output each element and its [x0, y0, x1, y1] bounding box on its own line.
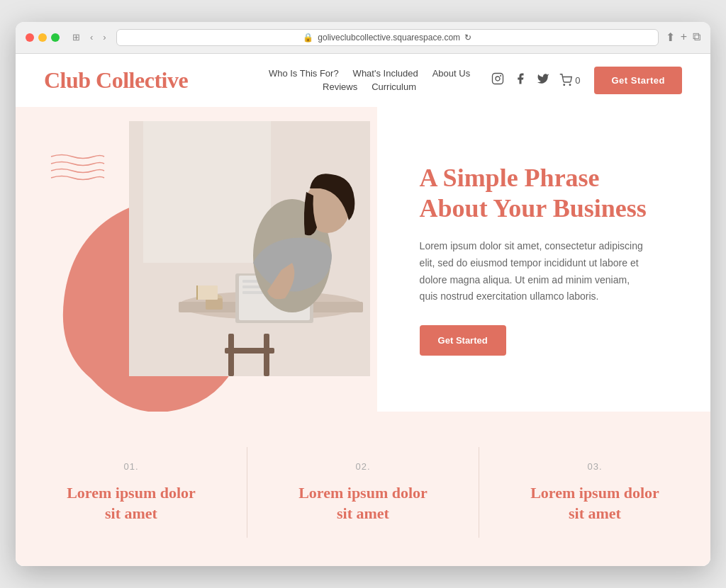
close-button[interactable] [26, 33, 34, 42]
svg-rect-21 [196, 285, 218, 300]
cart-count: 0 [575, 75, 580, 86]
feature-number-2: 02. [276, 461, 450, 472]
person-illustration [129, 121, 370, 376]
twitter-icon[interactable] [537, 72, 549, 89]
feature-title-2: Lorem ipsum dolorsit amet [276, 483, 450, 524]
svg-rect-11 [225, 348, 274, 354]
hero-heading-line2: About Your Business [420, 194, 647, 222]
nav-cta-button[interactable]: Get Started [594, 67, 682, 94]
website-content: Club Collective Who Is This For? What's … [16, 54, 710, 566]
feature-number-3: 03. [508, 461, 682, 472]
lock-icon: 🔒 [303, 33, 313, 43]
features-section: 01. Lorem ipsum dolorsit amet 02. Lorem … [16, 412, 710, 566]
svg-rect-10 [264, 334, 269, 376]
back-button[interactable]: ‹ [87, 30, 96, 44]
hero-section: A Simple Phrase About Your Business Lore… [16, 107, 710, 412]
nav-social-icons: 0 [491, 72, 580, 89]
cart-icon[interactable]: 0 [559, 74, 580, 86]
svg-rect-6 [143, 121, 271, 263]
feature-item-1: 01. Lorem ipsum dolorsit amet [16, 447, 247, 538]
feature-item-2: 02. Lorem ipsum dolorsit amet [247, 447, 479, 538]
nav-link-who[interactable]: Who Is This For? [269, 68, 339, 79]
svg-point-4 [569, 84, 571, 86]
share-icon[interactable]: ⬆ [666, 30, 675, 44]
browser-controls: ⊞ ‹ › [69, 30, 109, 44]
brand-logo[interactable]: Club Collective [44, 67, 188, 94]
svg-rect-22 [196, 285, 198, 300]
nav-link-reviews[interactable]: Reviews [323, 81, 357, 92]
hero-left [16, 107, 377, 412]
tabs-icon[interactable]: ⧉ [693, 30, 700, 44]
hero-image [129, 121, 370, 376]
forward-button[interactable]: › [100, 30, 108, 44]
hero-cta-button[interactable]: Get Started [420, 325, 506, 356]
feature-title-3: Lorem ipsum dolorsit amet [508, 483, 682, 524]
feature-number-1: 01. [44, 461, 218, 472]
hero-body-text: Lorem ipsum dolor sit amet, consectetur … [420, 238, 647, 305]
new-tab-icon[interactable]: + [681, 30, 687, 44]
svg-point-1 [496, 77, 500, 81]
feature-title-1: Lorem ipsum dolorsit amet [44, 483, 218, 524]
nav-link-about[interactable]: About Us [432, 68, 470, 79]
traffic-lights [26, 33, 60, 42]
svg-point-3 [564, 84, 565, 86]
browser-chrome: ⊞ ‹ › 🔒 goliveclubcollective.squarespace… [16, 22, 710, 54]
svg-rect-9 [228, 334, 234, 376]
browser-window: ⊞ ‹ › 🔒 goliveclubcollective.squarespace… [16, 22, 710, 566]
maximize-button[interactable] [51, 33, 60, 42]
nav-row-1: Who Is This For? What's Included About U… [269, 68, 470, 79]
minimize-button[interactable] [38, 33, 47, 42]
nav-row-2: Reviews Curriculum [323, 81, 416, 92]
facebook-icon[interactable] [514, 72, 527, 89]
feature-item-3: 03. Lorem ipsum dolorsit amet [479, 447, 710, 538]
hero-heading: A Simple Phrase About Your Business [420, 163, 675, 224]
nav-link-curriculum[interactable]: Curriculum [372, 81, 416, 92]
address-bar[interactable]: 🔒 goliveclubcollective.squarespace.com ↻ [116, 29, 659, 46]
hero-right: A Simple Phrase About Your Business Lore… [377, 107, 710, 412]
nav-links: Who Is This For? What's Included About U… [269, 68, 470, 92]
instagram-icon[interactable] [491, 72, 504, 89]
navigation: Club Collective Who Is This For? What's … [16, 54, 710, 107]
hero-heading-line1: A Simple Phrase [420, 164, 600, 192]
refresh-icon[interactable]: ↻ [464, 33, 471, 43]
sidebar-toggle-button[interactable]: ⊞ [69, 30, 83, 44]
url-text: goliveclubcollective.squarespace.com [318, 33, 460, 43]
nav-link-included[interactable]: What's Included [353, 68, 418, 79]
svg-point-2 [501, 75, 501, 76]
browser-actions: ⬆ + ⧉ [666, 30, 700, 44]
svg-rect-20 [206, 298, 223, 310]
svg-rect-0 [493, 73, 503, 84]
